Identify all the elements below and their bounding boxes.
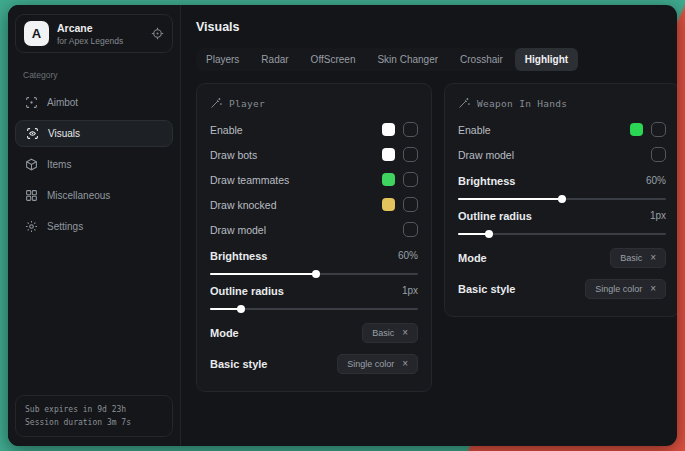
setting-row: Draw model [210, 217, 418, 242]
cube-icon [25, 158, 38, 171]
close-icon[interactable]: × [650, 284, 656, 294]
slider-label: Outline radius [458, 210, 532, 222]
basic-style-tag[interactable]: Single color × [585, 279, 666, 299]
mode-tag[interactable]: Basic × [610, 248, 666, 268]
sub-expiry-text: Sub expires in 9d 23h [25, 403, 163, 416]
app-header-card: A Arcane for Apex Legends [15, 14, 173, 53]
slider-thumb[interactable] [558, 195, 566, 203]
sidebar-item-items[interactable]: Items [15, 151, 173, 178]
setting-label: Draw teammates [210, 174, 289, 186]
setting-row: Enable [458, 117, 666, 142]
gear-icon [25, 220, 38, 233]
target-icon[interactable] [151, 27, 164, 40]
sidebar-item-miscellaneous[interactable]: Miscellaneous [15, 182, 173, 209]
setting-label: Draw model [210, 224, 266, 236]
setting-row: Enable [210, 117, 418, 142]
sidebar-item-settings[interactable]: Settings [15, 213, 173, 240]
checkbox[interactable] [651, 122, 666, 137]
slider-value: 60% [646, 175, 666, 186]
app-title: Arcane [57, 22, 123, 34]
setting-row: Draw knocked [210, 192, 418, 217]
color-swatch[interactable] [382, 173, 395, 186]
setting-label: Basic style [210, 358, 267, 370]
tab-skin-changer[interactable]: Skin Changer [367, 48, 448, 71]
tab-highlight[interactable]: Highlight [515, 48, 578, 71]
slider-label: Outline radius [210, 285, 284, 297]
color-swatch[interactable] [382, 148, 395, 161]
color-swatch[interactable] [630, 123, 643, 136]
panel-title: Weapon In Hands [477, 98, 567, 109]
tag-row: Basic style Single color × [210, 348, 418, 379]
slider-thumb[interactable] [312, 270, 320, 278]
setting-row: Draw teammates [210, 167, 418, 192]
sidebar-item-label: Items [47, 159, 71, 170]
tag-row: Mode Basic × [210, 317, 418, 348]
checkbox[interactable] [403, 222, 418, 237]
slider-row: Brightness 60% [458, 172, 666, 200]
session-duration-text: Session duration 3m 7s [25, 416, 163, 429]
panel-title: Player [229, 98, 265, 109]
slider-value: 1px [402, 285, 418, 296]
sidebar-item-label: Miscellaneous [47, 190, 110, 201]
player-panel: Player Enable Draw bots [196, 83, 432, 392]
setting-label: Draw model [458, 149, 514, 161]
mode-tag[interactable]: Basic × [362, 323, 418, 343]
setting-label: Basic style [458, 283, 515, 295]
basic-style-tag[interactable]: Single color × [337, 354, 418, 374]
tab-offscreen[interactable]: OffScreen [301, 48, 366, 71]
setting-label: Mode [458, 252, 487, 264]
slider-thumb[interactable] [237, 305, 245, 313]
setting-row: Draw model [458, 142, 666, 167]
tag-row: Mode Basic × [458, 242, 666, 273]
checkbox[interactable] [651, 147, 666, 162]
sidebar-item-visuals[interactable]: Visuals [15, 120, 173, 147]
close-icon[interactable]: × [402, 359, 408, 369]
setting-label: Mode [210, 327, 239, 339]
category-label: Category [23, 70, 165, 80]
grid-icon [25, 189, 38, 202]
outline-radius-slider[interactable] [210, 308, 418, 310]
wand-icon [458, 97, 470, 109]
slider-row: Outline radius 1px [458, 207, 666, 235]
checkbox[interactable] [403, 122, 418, 137]
setting-row: Draw bots [210, 142, 418, 167]
slider-label: Brightness [458, 175, 515, 187]
outline-radius-slider[interactable] [458, 233, 666, 235]
app-logo: A [24, 21, 49, 46]
crosshair-icon [25, 96, 38, 109]
setting-label: Draw bots [210, 149, 257, 161]
slider-row: Outline radius 1px [210, 282, 418, 310]
sidebar-item-label: Visuals [48, 128, 80, 139]
close-icon[interactable]: × [402, 328, 408, 338]
setting-label: Enable [458, 124, 491, 136]
slider-thumb[interactable] [485, 230, 493, 238]
page-title: Visuals [196, 20, 677, 34]
setting-label: Enable [210, 124, 243, 136]
sidebar-item-label: Aimbot [47, 97, 78, 108]
sidebar: A Arcane for Apex Legends Category Aimbo [8, 5, 181, 446]
setting-label: Draw knocked [210, 199, 277, 211]
color-swatch[interactable] [382, 123, 395, 136]
brightness-slider[interactable] [210, 273, 418, 275]
tab-crosshair[interactable]: Crosshair [450, 48, 513, 71]
main-content: Visuals Players Radar OffScreen Skin Cha… [181, 5, 677, 446]
sidebar-item-aimbot[interactable]: Aimbot [15, 89, 173, 116]
tab-bar: Players Radar OffScreen Skin Changer Cro… [196, 48, 578, 71]
eye-scan-icon [26, 127, 39, 140]
tab-players[interactable]: Players [196, 48, 249, 71]
checkbox[interactable] [403, 147, 418, 162]
slider-label: Brightness [210, 250, 267, 262]
slider-value: 60% [398, 250, 418, 261]
brightness-slider[interactable] [458, 198, 666, 200]
tag-row: Basic style Single color × [458, 273, 666, 304]
sidebar-item-label: Settings [47, 221, 83, 232]
close-icon[interactable]: × [650, 253, 656, 263]
slider-value: 1px [650, 210, 666, 221]
color-swatch[interactable] [382, 198, 395, 211]
checkbox[interactable] [403, 172, 418, 187]
app-window: A Arcane for Apex Legends Category Aimbo [8, 5, 677, 446]
checkbox[interactable] [403, 197, 418, 212]
app-subtitle: for Apex Legends [57, 36, 123, 46]
tab-radar[interactable]: Radar [251, 48, 298, 71]
subscription-info-card: Sub expires in 9d 23h Session duration 3… [15, 395, 173, 437]
